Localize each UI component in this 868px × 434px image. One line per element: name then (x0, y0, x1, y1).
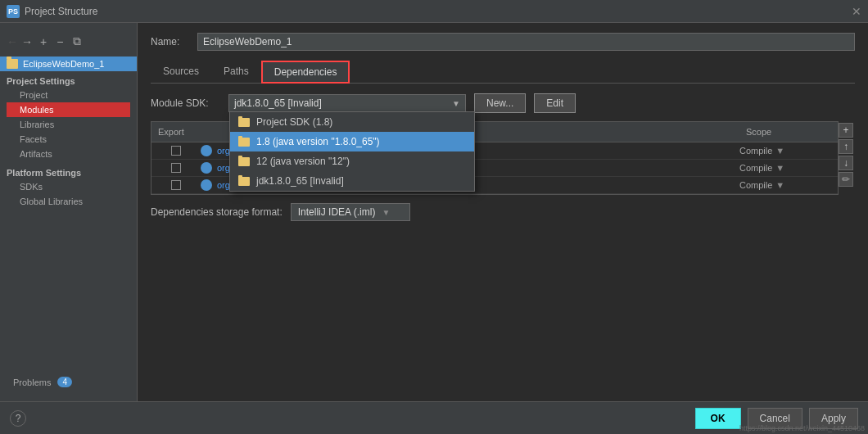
row3-check[interactable] (151, 180, 201, 190)
nav-arrows: ← → (7, 35, 33, 48)
sidebar-item-libraries[interactable]: Libraries (7, 117, 130, 132)
row3-scope-arrow[interactable]: ▼ (775, 180, 784, 190)
row1-check[interactable] (151, 146, 201, 156)
project-settings-section: Project Settings Project Modules Librari… (0, 71, 137, 163)
pencil-icon: ✏ (842, 174, 850, 185)
storage-arrow: ▼ (382, 208, 390, 217)
scroll-up-button[interactable]: ↑ (839, 139, 853, 154)
ok-button[interactable]: OK (695, 408, 741, 429)
scroll-down-button[interactable]: ↓ (839, 156, 853, 170)
add-module-button[interactable]: + (38, 34, 49, 50)
sdk-dropdown-arrow: ▼ (452, 99, 460, 108)
name-label: Name: (151, 36, 188, 47)
watermark: https://blog.csdn.net/weixin_44510468 (739, 424, 865, 432)
forward-arrow[interactable]: → (21, 35, 33, 48)
sdk-option-12[interactable]: 12 (java version "12") (230, 151, 474, 171)
close-button[interactable]: ✕ (852, 5, 861, 18)
folder-icon (238, 118, 250, 127)
tabs: Sources Paths Dependencies (151, 61, 855, 84)
title-bar: PS Project Structure ✕ (0, 0, 868, 23)
tab-dependencies[interactable]: Dependencies (261, 61, 350, 84)
module-folder-icon (7, 59, 18, 69)
sdk-popup: Project SDK (1.8) 1.8 (java version "1.8… (229, 111, 475, 192)
table-side-buttons: + ↑ ↓ ✏ (839, 121, 855, 195)
folder-icon (238, 138, 250, 147)
header-scope: Scope (739, 125, 838, 138)
row3-scope-text: Compile (739, 180, 772, 190)
sidebar-item-modules[interactable]: Modules (7, 102, 130, 117)
sdk-label: Module SDK: (151, 97, 220, 109)
copy-module-button[interactable]: ⧉ (70, 33, 84, 50)
platform-settings-section: Platform Settings SDKs Global Libraries (0, 163, 137, 210)
help-button[interactable]: ? (10, 410, 26, 427)
sidebar-item-problems[interactable]: Problems 4 (7, 374, 130, 390)
row2-scope-text: Compile (739, 163, 772, 173)
add-dependency-button[interactable]: + (839, 123, 853, 138)
row2-check[interactable] (151, 163, 201, 173)
sidebar-item-sdks[interactable]: SDKs (7, 179, 130, 194)
storage-value: IntelliJ IDEA (.iml) (298, 206, 376, 218)
checkbox[interactable] (171, 163, 181, 173)
main-container: ← → + − ⧉ EclipseWebDemo_1 Project Setti… (0, 23, 868, 401)
platform-settings-title: Platform Settings (7, 168, 130, 178)
problems-section: Problems 4 (0, 369, 137, 395)
back-arrow[interactable]: ← (7, 35, 18, 48)
header-export: Export (151, 125, 201, 138)
row1-scope-text: Compile (739, 146, 772, 156)
sidebar-toolbar: ← → + − ⧉ (0, 29, 137, 57)
checkbox[interactable] (171, 146, 181, 156)
title-bar-left: PS Project Structure (7, 5, 97, 18)
globe-icon (201, 145, 212, 156)
storage-row: Dependencies storage format: IntelliJ ID… (151, 203, 855, 221)
sdk-value: jdk1.8.0_65 [Invalid] (234, 97, 322, 109)
sidebar-item-global-libraries[interactable]: Global Libraries (7, 194, 130, 209)
sidebar: ← → + − ⧉ EclipseWebDemo_1 Project Setti… (0, 23, 138, 401)
sdk-option-18[interactable]: 1.8 (java version "1.8.0_65") (230, 132, 474, 151)
remove-module-button[interactable]: − (54, 34, 66, 50)
tab-sources[interactable]: Sources (151, 61, 211, 84)
sdk-option-project[interactable]: Project SDK (1.8) (230, 112, 474, 132)
edit-sdk-button[interactable]: Edit (534, 93, 576, 113)
sdk-row: Module SDK: jdk1.8.0_65 [Invalid] ▼ Proj… (151, 93, 855, 113)
content-panel: Name: Sources Paths Dependencies Module … (138, 23, 868, 401)
checkbox[interactable] (171, 180, 181, 190)
edit-dependency-button[interactable]: ✏ (839, 172, 853, 187)
project-settings-title: Project Settings (7, 76, 130, 86)
row2-scope-arrow[interactable]: ▼ (775, 163, 784, 173)
name-input[interactable] (197, 33, 855, 51)
sidebar-item-project[interactable]: Project (7, 88, 130, 102)
storage-dropdown[interactable]: IntelliJ IDEA (.iml) ▼ (291, 203, 411, 221)
row1-scope: Compile ▼ (739, 146, 838, 156)
row2-scope: Compile ▼ (739, 163, 838, 173)
sdk-dropdown[interactable]: jdk1.8.0_65 [Invalid] ▼ Project SDK (1.8… (228, 94, 466, 112)
storage-label: Dependencies storage format: (151, 206, 283, 218)
problems-badge: 4 (57, 377, 72, 387)
globe-icon (201, 179, 212, 191)
name-row: Name: (151, 33, 855, 51)
window-title: Project Structure (25, 6, 97, 17)
sidebar-item-facets[interactable]: Facets (7, 132, 130, 147)
app-icon: PS (7, 5, 20, 18)
module-item-label: EclipseWebDemo_1 (23, 59, 104, 69)
row3-scope: Compile ▼ (739, 180, 838, 190)
module-item-eclipsewebdemo[interactable]: EclipseWebDemo_1 (0, 57, 137, 71)
globe-icon (201, 162, 212, 174)
folder-icon (238, 177, 250, 186)
sdk-option-invalid[interactable]: jdk1.8.0_65 [Invalid] (230, 171, 474, 191)
row1-scope-arrow[interactable]: ▼ (775, 146, 784, 156)
sidebar-item-artifacts[interactable]: Artifacts (7, 147, 130, 161)
tab-paths[interactable]: Paths (211, 61, 261, 84)
folder-icon (238, 157, 250, 166)
bottom-bar: ? OK Cancel Apply (0, 401, 868, 434)
new-sdk-button[interactable]: New... (474, 93, 526, 113)
